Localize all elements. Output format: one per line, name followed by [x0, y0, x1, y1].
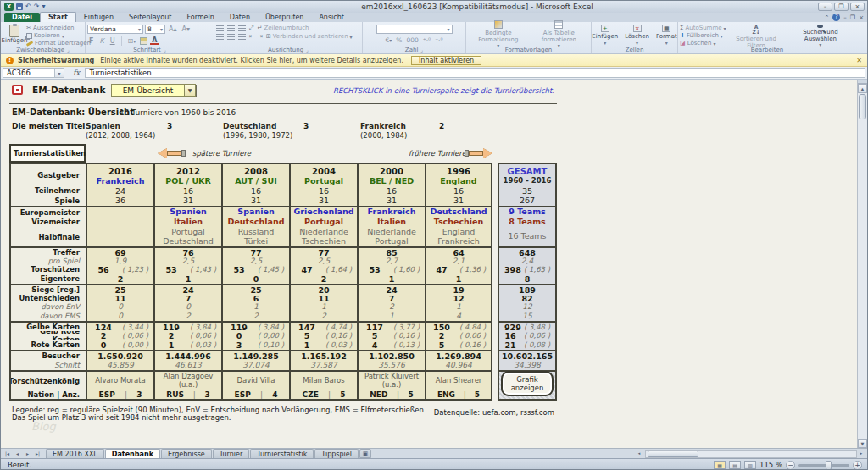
table-cell[interactable]: 16 [357, 186, 425, 195]
table-cell[interactable]: 35.576 [357, 360, 425, 370]
table-cell[interactable]: RUS|3 [153, 390, 221, 401]
table-cell[interactable]: 1.149.285 [221, 350, 289, 360]
column-header-2012[interactable]: 2012POL / UKR [153, 163, 221, 186]
table-cell[interactable]: 1 [357, 311, 425, 321]
orientation-icon[interactable]: ⤢ [249, 25, 254, 31]
table-cell[interactable]: 31 [289, 195, 357, 206]
table-cell[interactable]: 5( 0,16 ) [357, 331, 425, 340]
table-cell[interactable]: 2,5 [221, 257, 289, 265]
table-cell[interactable]: 0 [221, 274, 289, 284]
align-center-icon[interactable] [227, 34, 235, 40]
table-cell[interactable]: 119( 3,84 ) [153, 321, 221, 331]
sheet-tab-ergebnisse[interactable]: Ergebnisse [161, 449, 212, 458]
table-cell[interactable]: 31 [425, 195, 492, 206]
minimize-button[interactable]: – [818, 3, 832, 11]
table-cell[interactable]: 1.165.192 [289, 350, 357, 360]
table-cell[interactable]: 24 [153, 284, 221, 294]
table-cell[interactable]: 3( 0,10 ) [221, 340, 289, 350]
gesamt-cell[interactable]: 398( 1,63 ) [498, 265, 557, 274]
table-cell[interactable]: 124( 3,44 ) [86, 321, 153, 331]
redo-icon[interactable]: ↷ [34, 3, 40, 11]
table-cell[interactable]: 2( 0,06 ) [86, 331, 153, 340]
decrease-indent-icon[interactable]: ⇤ [249, 33, 254, 40]
row-label[interactable]: Treffer [9, 246, 86, 257]
table-cell[interactable]: Alan Shearer [425, 370, 492, 390]
table-cell[interactable]: 2( 0,06 ) [153, 331, 221, 340]
table-cell[interactable]: 77 [289, 246, 357, 257]
table-cell[interactable]: 2,1 [425, 257, 492, 265]
merge-center-icon[interactable]: ⊞ [266, 33, 271, 40]
table-cell[interactable]: 85 [357, 246, 425, 257]
table-cell[interactable]: 1 [357, 274, 425, 284]
table-cell[interactable]: Italien [357, 217, 425, 227]
zoom-in-icon[interactable]: + [853, 461, 862, 470]
gesamt-cell[interactable]: 12 [498, 302, 557, 311]
table-cell[interactable]: 2 [153, 311, 221, 321]
gesamt-cell[interactable]: 16( 0,06 ) [498, 331, 557, 340]
row-label[interactable]: Eigentore [9, 274, 86, 284]
table-cell[interactable]: 1 [425, 274, 492, 284]
sort-filter-button[interactable]: AZ↓ Sortieren und Filtern [726, 23, 787, 46]
row-label[interactable]: Gelbe Karten [9, 321, 86, 331]
comma-style-icon[interactable]: 000 [406, 36, 418, 44]
table-cell[interactable]: 53( 1,45 ) [221, 265, 289, 274]
row-label-gastgeber[interactable]: Gastgeber [9, 163, 86, 186]
ribbon-tab-formeln[interactable]: Formeln [179, 13, 221, 22]
align-bottom-icon[interactable] [238, 25, 246, 31]
table-cell[interactable]: 7 [153, 294, 221, 302]
zoom-slider-thumb[interactable] [826, 461, 832, 470]
table-cell[interactable]: 77 [221, 246, 289, 257]
table-cell[interactable]: Russland Türkei [221, 227, 289, 246]
insert-worksheet-icon[interactable]: ▣ [359, 449, 371, 458]
vertical-scrollbar[interactable]: ▲ ▼ [857, 80, 867, 448]
table-cell[interactable]: Griechenland [289, 206, 357, 217]
later-tournaments-arrow-icon[interactable] [158, 148, 186, 159]
table-cell[interactable]: 1 [153, 274, 221, 284]
workbook-restore-icon[interactable]: ❒ [850, 14, 855, 21]
ribbon-tab-ansicht[interactable]: Ansicht [311, 13, 352, 22]
table-cell[interactable]: 36 [86, 195, 153, 206]
table-cell[interactable]: 0 [153, 302, 221, 311]
row-label[interactable]: davon EMS [9, 311, 86, 321]
table-cell[interactable]: 5( 0,16 ) [425, 340, 492, 350]
workbook-minimize-icon[interactable]: – [843, 14, 847, 21]
sheet-tab-datenbank[interactable]: Datenbank [105, 449, 160, 458]
table-cell[interactable]: 40.964 [425, 360, 492, 370]
table-cell[interactable]: 1,9 [86, 257, 153, 265]
table-cell[interactable]: 2 [86, 274, 153, 284]
table-cell[interactable]: NED|5 [357, 390, 425, 401]
horizontal-scrollbar[interactable] [645, 450, 857, 458]
underline-icon[interactable]: U [108, 36, 117, 46]
close-button[interactable]: × [850, 3, 865, 11]
zoom-level[interactable]: 115 % [760, 461, 782, 469]
row-label[interactable]: davon EnV [9, 302, 86, 311]
table-cell[interactable]: 2 [289, 311, 357, 321]
show-chart-button[interactable]: Grafik anzeigen [501, 371, 554, 396]
table-cell[interactable]: 16 [425, 186, 492, 195]
table-cell[interactable]: Alan Dzagoev (u.a.) [153, 370, 221, 390]
zoom-slider[interactable] [798, 464, 849, 467]
table-cell[interactable]: 0( 0,00 ) [86, 340, 153, 350]
undo-icon[interactable]: ↶ [25, 3, 31, 11]
sheet-tab-turnierstatistik[interactable]: Turnierstatistik [250, 449, 314, 458]
table-cell[interactable]: Italien [153, 217, 221, 227]
table-cell[interactable]: Tschechien [425, 217, 492, 227]
table-cell[interactable]: 16 [289, 186, 357, 195]
increase-indent-icon[interactable]: ⇥ [258, 33, 263, 40]
table-cell[interactable]: Milan Baros [289, 370, 357, 390]
gesamt-cell[interactable]: 10.602.165 [498, 350, 557, 360]
row-label[interactable]: Europameister [9, 206, 86, 217]
prev-sheet-icon[interactable]: ◂ [13, 450, 22, 457]
table-cell[interactable]: Patrick Kluivert (u.a.) [357, 370, 425, 390]
percent-style-icon[interactable]: % [396, 36, 402, 44]
table-cell[interactable]: 2 [289, 274, 357, 284]
table-cell[interactable]: 31 [357, 195, 425, 206]
align-right-icon[interactable] [238, 34, 246, 40]
table-cell[interactable]: 31 [153, 195, 221, 206]
row-label[interactable]: Teilnehmer [9, 186, 86, 195]
qat-customize-icon[interactable]: ▾ [42, 3, 45, 11]
table-cell[interactable]: Frankreich [357, 206, 425, 217]
gesamt-cell[interactable]: 8 Teams [498, 217, 557, 227]
row-label[interactable]: Torschützen [9, 265, 86, 274]
table-cell[interactable]: 53( 1,60 ) [357, 265, 425, 274]
